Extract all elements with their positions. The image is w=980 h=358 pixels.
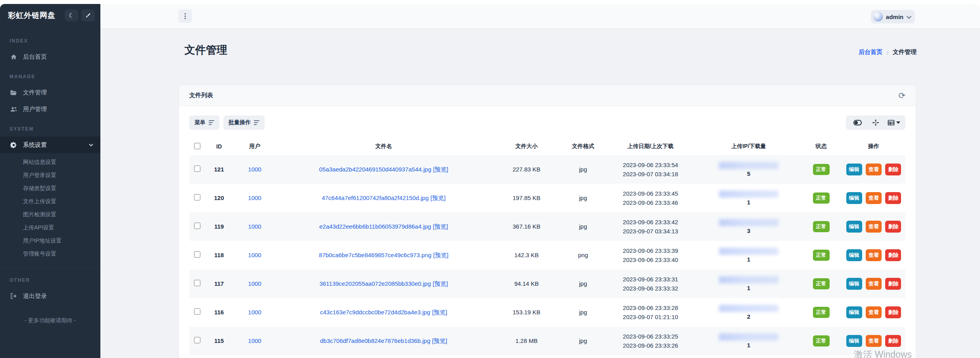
user-link[interactable]: 1000 xyxy=(248,252,261,258)
sidebar-subitem-site-info[interactable]: 网站信息设置 xyxy=(0,156,100,169)
filename-link[interactable]: 87b0ca6be7c5be8469857ce49c6c973.png xyxy=(319,252,432,258)
preview-link[interactable]: [预览] xyxy=(432,337,447,344)
theme-brush-button[interactable] xyxy=(81,10,95,21)
sidebar-item-settings[interactable]: 系统设置 xyxy=(0,137,100,153)
sidebar-subitem-user-ip[interactable]: 用户IP地址设置 xyxy=(0,234,100,247)
delete-button[interactable]: 删除 xyxy=(885,164,901,175)
file-size: 367.16 KB xyxy=(513,223,540,230)
preview-link[interactable]: [预览] xyxy=(432,309,447,316)
sidebar-subitem-image-check[interactable]: 图片检测设置 xyxy=(0,208,100,221)
toggle-columns-button[interactable] xyxy=(848,115,867,130)
filename-link[interactable]: 47c644a7ef61200742fa80a2f42150d.jpg xyxy=(322,194,429,201)
preview-link[interactable]: [预览] xyxy=(433,166,448,173)
breadcrumb-home-link[interactable]: 后台首页 xyxy=(859,48,882,56)
refresh-button[interactable]: ⟳ xyxy=(898,91,905,100)
edit-button[interactable]: 编辑 xyxy=(846,306,862,318)
edit-button[interactable]: 编辑 xyxy=(846,278,862,290)
sidebar-subitem-admin-account[interactable]: 管理账号设置 xyxy=(0,247,100,260)
view-button[interactable]: 查看 xyxy=(866,192,882,204)
ip-blurred xyxy=(719,305,778,312)
username: admin xyxy=(886,13,903,20)
table-layout-button[interactable] xyxy=(885,115,903,130)
batch-actions-button[interactable]: 批量操作 xyxy=(223,115,265,130)
sidebar-subitem-storage-type[interactable]: 存储类型设置 xyxy=(0,182,100,195)
filename-link[interactable]: 05a3aeda2b4220469150d440937a544.jpg xyxy=(319,166,431,173)
row-checkbox[interactable] xyxy=(194,337,200,343)
more-options-button[interactable]: ⋮ xyxy=(178,9,192,23)
status-badge: 正常 xyxy=(813,221,830,232)
view-button[interactable]: 查看 xyxy=(866,335,882,347)
edit-button[interactable]: 编辑 xyxy=(846,164,862,175)
header-filename: 文件名 xyxy=(277,138,491,155)
view-button[interactable]: 查看 xyxy=(866,221,882,233)
sidebar-subitem-upload-api[interactable]: 上传API设置 xyxy=(0,221,100,234)
dark-mode-button[interactable]: ☾ xyxy=(65,10,78,21)
ip-blurred xyxy=(719,276,778,283)
user-menu-button[interactable]: admin xyxy=(871,10,915,23)
sidebar-item-logout[interactable]: 退出登录 xyxy=(0,288,100,304)
sidebar-item-files[interactable]: 文件管理 xyxy=(0,84,100,101)
view-button[interactable]: 查看 xyxy=(866,249,882,261)
menu-button[interactable]: 菜单 xyxy=(189,115,219,130)
view-button[interactable]: 查看 xyxy=(866,164,882,175)
file-table: ID 用户 文件名 文件大小 文件格式 上传日期/上次下载 上传IP/下载量 状… xyxy=(189,138,905,355)
edit-button[interactable]: 编辑 xyxy=(846,221,862,233)
user-link[interactable]: 1000 xyxy=(248,223,261,230)
preview-link[interactable]: [预览] xyxy=(433,223,448,230)
delete-button[interactable]: 删除 xyxy=(885,278,901,290)
moon-icon: ☾ xyxy=(69,12,74,19)
filename-link[interactable]: e2a43d22ee6bb6b11b06053979d86a4.jpg xyxy=(319,223,431,230)
edit-button[interactable]: 编辑 xyxy=(846,192,862,204)
preview-link[interactable]: [预览] xyxy=(432,280,448,287)
row-checkbox[interactable] xyxy=(194,194,200,200)
delete-button[interactable]: 删除 xyxy=(885,249,901,261)
user-link[interactable]: 1000 xyxy=(248,194,261,201)
delete-button[interactable]: 删除 xyxy=(885,192,901,204)
row-checkbox[interactable] xyxy=(194,280,200,286)
user-link[interactable]: 1000 xyxy=(248,309,261,316)
view-button[interactable]: 查看 xyxy=(866,278,882,290)
file-size: 94.14 KB xyxy=(514,280,539,287)
view-button[interactable]: 查看 xyxy=(866,306,882,318)
filename-link[interactable]: 361139ce202055aa072e2085bb330e0.jpg xyxy=(319,280,431,287)
row-checkbox[interactable] xyxy=(194,166,200,172)
section-label-manage: MANAGE xyxy=(0,74,100,79)
sidebar-subitem-user-login[interactable]: 用户登录设置 xyxy=(0,169,100,182)
file-format: jpg xyxy=(579,337,587,344)
table-row: 115 1000 db3c706df7ad8e0b824e7876eb1d36b… xyxy=(189,327,905,355)
table-view-controls xyxy=(846,115,905,130)
preview-link[interactable]: [预览] xyxy=(433,252,448,258)
row-checkbox[interactable] xyxy=(194,223,200,229)
header-user: 用户 xyxy=(233,138,277,155)
card-body: 菜单 批量操作 xyxy=(179,106,916,355)
row-checkbox[interactable] xyxy=(194,251,200,258)
row-checkbox[interactable] xyxy=(194,308,200,315)
move-button[interactable] xyxy=(867,115,885,130)
delete-button[interactable]: 删除 xyxy=(885,221,901,233)
file-id: 116 xyxy=(214,309,224,316)
select-all-checkbox[interactable] xyxy=(194,143,200,149)
sidebar-divider xyxy=(0,268,100,269)
menu-lines-icon xyxy=(209,120,214,125)
sidebar-item-label: 系统设置 xyxy=(23,141,83,149)
file-size: 153.19 KB xyxy=(513,309,540,316)
edit-button[interactable]: 编辑 xyxy=(846,335,862,347)
sidebar-subitem-file-upload[interactable]: 文件上传设置 xyxy=(0,195,100,208)
header-date: 上传日期/上次下载 xyxy=(604,138,697,155)
table-toolbar: 菜单 批量操作 xyxy=(189,115,905,130)
user-link[interactable]: 1000 xyxy=(248,337,261,344)
user-link[interactable]: 1000 xyxy=(248,280,261,287)
edit-button[interactable]: 编辑 xyxy=(846,249,862,261)
user-link[interactable]: 1000 xyxy=(248,166,261,173)
delete-button[interactable]: 删除 xyxy=(885,306,901,318)
ip-blurred xyxy=(719,248,778,255)
brush-icon xyxy=(85,13,91,18)
last-download-date: 2023-09-07 03:34:18 xyxy=(604,169,697,179)
filename-link[interactable]: c43c163e7c9ddccbc0be72d4d2ba4e3.jpg xyxy=(320,309,430,316)
filename-link[interactable]: db3c706df7ad8e0b824e7876eb1d36b.jpg xyxy=(320,337,430,344)
delete-button[interactable]: 删除 xyxy=(885,335,901,347)
sidebar-item-home[interactable]: 后台首页 xyxy=(0,48,100,65)
preview-link[interactable]: [预览] xyxy=(430,194,446,201)
sidebar-item-users[interactable]: 用户管理 xyxy=(0,101,100,117)
logout-icon xyxy=(10,293,17,299)
